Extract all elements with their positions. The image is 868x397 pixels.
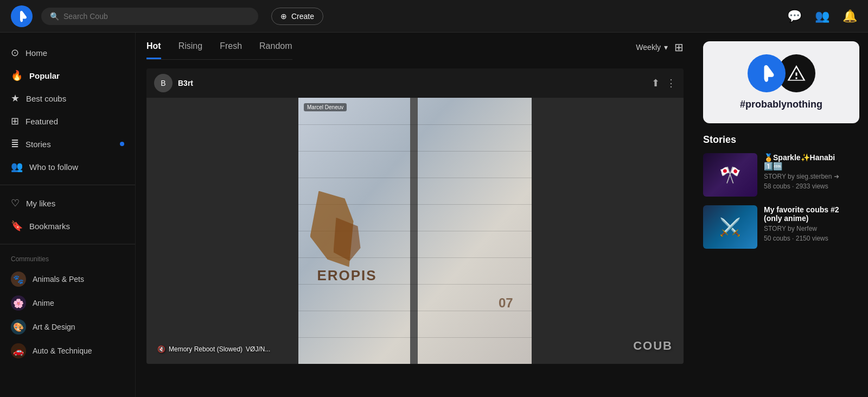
create-label: Create xyxy=(291,12,314,21)
weekly-button[interactable]: Weekly ▾ xyxy=(636,43,668,52)
story-stats-2: 50 coubs · 2150 views xyxy=(764,235,839,242)
sidebar-divider-1 xyxy=(0,185,135,185)
coub-watermark: COUB xyxy=(633,339,673,353)
stories-section-title: Stories xyxy=(703,134,859,146)
community-auto-technique[interactable]: 🚗 Auto & Technique xyxy=(0,339,135,363)
story-card-1[interactable]: 🎌 🏅Sparkle✨Hanabi1️⃣🆒 STORY by sieg.ster… xyxy=(703,153,859,197)
story-meta-2: STORY by Nerfew xyxy=(764,225,839,232)
notifications-icon[interactable]: 🔔 xyxy=(843,9,857,23)
number-text: 07 xyxy=(499,295,513,311)
community-art-design[interactable]: 🎨 Art & Design xyxy=(0,315,135,339)
sidebar-item-who-to-follow[interactable]: 👥 Who to follow xyxy=(0,155,135,178)
main-content: Hot Rising Fresh Random Weekly ▾ ⊞ B xyxy=(136,33,694,397)
promo-logo-coub xyxy=(748,54,786,92)
popular-icon: 🔥 xyxy=(11,70,23,81)
community-label: Auto & Technique xyxy=(33,346,92,355)
promo-card[interactable]: #probablynothing xyxy=(703,41,859,123)
sidebar-item-stories[interactable]: ≣ Stories xyxy=(0,133,135,155)
community-auto-avatar: 🚗 xyxy=(11,343,26,358)
community-label: Art & Design xyxy=(33,323,75,331)
friends-icon[interactable]: 👥 xyxy=(815,9,829,23)
tab-fresh[interactable]: Fresh xyxy=(220,41,242,59)
promo-logos xyxy=(748,54,815,92)
story-meta-1: STORY by sieg.sterben ➜ xyxy=(764,173,839,180)
community-anime[interactable]: 🌸 Anime xyxy=(0,291,135,315)
sidebar-item-label: Bookmarks xyxy=(29,222,70,231)
grid-icon: ⊞ xyxy=(674,41,684,53)
header-icons: 💬 👥 🔔 xyxy=(787,9,857,23)
sidebar-item-bookmarks[interactable]: 🔖 Bookmarks xyxy=(0,215,135,237)
community-label: Animals & Pets xyxy=(33,275,84,283)
sidebar-item-label: Best coubs xyxy=(26,94,66,103)
sidebar-item-home[interactable]: ⊙ Home xyxy=(0,41,135,64)
sidebar-divider-2 xyxy=(0,244,135,244)
video-header: B B3rt ⬆ ⋮ xyxy=(146,68,684,98)
story-stats-1: 58 coubs · 2933 views xyxy=(764,182,839,190)
sidebar-item-label: Home xyxy=(25,48,47,58)
sidebar-item-popular[interactable]: 🔥 Popular xyxy=(0,64,135,87)
sidebar-item-best-coubs[interactable]: ★ Best coubs xyxy=(0,87,135,110)
sidebar-item-featured[interactable]: ⊞ Featured xyxy=(0,110,135,133)
chevron-down-icon: ▾ xyxy=(664,43,668,52)
video-sound-info: 🔇 Memory Reboot (Slowed) VØJ/N... xyxy=(157,345,270,353)
bookmarks-icon: 🔖 xyxy=(11,220,23,232)
community-animals-pets[interactable]: 🐾 Animals & Pets xyxy=(0,267,135,291)
sidebar-item-my-likes[interactable]: ♡ My likes xyxy=(0,192,135,215)
tab-random[interactable]: Random xyxy=(259,41,292,59)
story-info-1: 🏅Sparkle✨Hanabi1️⃣🆒 STORY by sieg.sterbe… xyxy=(764,153,839,197)
sidebar-item-label: Popular xyxy=(29,71,60,80)
more-options-button[interactable]: ⋮ xyxy=(666,77,676,89)
sidebar-item-label: Stories xyxy=(25,140,51,149)
search-input[interactable] xyxy=(63,12,250,21)
header: 🔍 ⊕ Create 💬 👥 🔔 xyxy=(0,0,868,33)
best-coubs-icon: ★ xyxy=(11,92,20,104)
sound-icon: 🔇 xyxy=(157,345,165,353)
story-thumb-2: ⚔️ xyxy=(703,205,757,249)
tab-rising[interactable]: Rising xyxy=(178,41,202,59)
promo-title: #probablynothing xyxy=(740,99,822,110)
home-icon: ⊙ xyxy=(11,47,19,59)
creator-tag: Marcel Deneuv xyxy=(304,103,347,111)
video-avatar[interactable]: B xyxy=(154,74,173,92)
messages-icon[interactable]: 💬 xyxy=(787,9,802,23)
sidebar-item-label: Featured xyxy=(25,117,58,126)
featured-icon: ⊞ xyxy=(11,115,19,127)
story-card-2[interactable]: ⚔️ My favorite coubs #2(only anime) STOR… xyxy=(703,205,859,249)
video-action-buttons: ⬆ ⋮ xyxy=(652,77,676,89)
share-button[interactable]: ⬆ xyxy=(652,77,660,89)
search-icon: 🔍 xyxy=(50,12,59,21)
story-thumb-1: 🎌 xyxy=(703,153,757,197)
sidebar-item-label: Who to follow xyxy=(29,162,78,172)
logo[interactable] xyxy=(11,5,33,27)
my-likes-icon: ♡ xyxy=(11,197,20,209)
stories-icon: ≣ xyxy=(11,138,19,150)
view-options: Weekly ▾ ⊞ xyxy=(636,41,684,54)
community-animals-avatar: 🐾 xyxy=(11,272,26,287)
tab-hot[interactable]: Hot xyxy=(146,41,161,59)
coub-logo-icon xyxy=(15,10,28,23)
video-overlay: 🔇 Memory Reboot (Slowed) VØJ/N... COUB xyxy=(146,339,684,353)
video-username[interactable]: B3rt xyxy=(178,79,646,87)
story-info-2: My favorite coubs #2(only anime) STORY b… xyxy=(764,205,839,249)
grid-view-button[interactable]: ⊞ xyxy=(674,41,684,54)
create-button[interactable]: ⊕ Create xyxy=(271,8,323,25)
video-thumbnail[interactable]: Marcel Deneuv EROPIS 07 🔇 Memory Reboot … xyxy=(146,98,684,364)
who-to-follow-icon: 👥 xyxy=(11,161,23,173)
video-image: Marcel Deneuv EROPIS 07 xyxy=(298,98,532,364)
communities-label: Communities xyxy=(0,251,135,267)
search-bar[interactable]: 🔍 xyxy=(41,8,258,25)
right-sidebar: #probablynothing Stories 🎌 🏅Sparkle✨Hana… xyxy=(694,33,868,397)
community-art-avatar: 🎨 xyxy=(11,319,26,335)
community-label: Anime xyxy=(33,299,54,307)
stories-dot xyxy=(120,142,124,146)
body: ⊙ Home 🔥 Popular ★ Best coubs ⊞ Featured… xyxy=(0,33,868,397)
create-plus-icon: ⊕ xyxy=(280,12,287,21)
sidebar-item-label: My likes xyxy=(26,199,55,208)
community-anime-avatar: 🌸 xyxy=(11,295,26,311)
video-card: B B3rt ⬆ ⋮ xyxy=(146,68,684,364)
story-name-2: My favorite coubs #2(only anime) xyxy=(764,205,839,223)
story-name-1: 🏅Sparkle✨Hanabi1️⃣🆒 xyxy=(764,153,839,171)
eropis-text: EROPIS xyxy=(317,267,376,284)
tabs-bar: Hot Rising Fresh Random xyxy=(146,33,292,60)
period-label: Weekly xyxy=(636,43,661,52)
